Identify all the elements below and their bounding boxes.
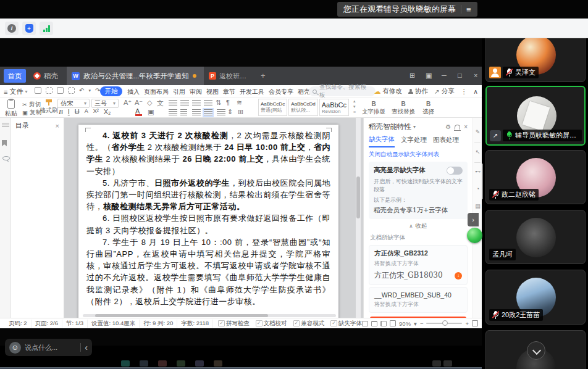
panel-tab[interactable]: 文字处理 (401, 136, 427, 147)
zoom-slider-knob[interactable] (442, 320, 448, 326)
status-tool-button[interactable]: 文档校对 (256, 320, 287, 328)
style-cell[interactable]: AaBbCc Revision (319, 99, 349, 116)
participant-tile[interactable]: 孟凡珂 (485, 210, 586, 264)
outline-view-icon[interactable] (380, 321, 387, 326)
menu-tab[interactable]: 稻壳 (298, 88, 310, 96)
file-menu[interactable]: 文件 (4, 87, 27, 96)
missing-font-card[interactable]: __WRD_EMBED_SUB_40 将暂换成下方字体 (369, 287, 468, 313)
share-button[interactable]: 分享 (434, 87, 455, 96)
menu-tab[interactable]: 视图 (206, 88, 219, 96)
wps-docer-tab[interactable]: 稻壳 (28, 67, 67, 85)
align-left-icon[interactable] (169, 109, 177, 116)
menu-tab[interactable]: 插入 (127, 88, 140, 96)
command-search-input[interactable]: 查找命令、搜索模板 (309, 86, 376, 96)
menu-tab[interactable]: 引用 (173, 88, 185, 96)
annotate-icon[interactable] (474, 129, 481, 135)
copy-button[interactable]: 复制 (22, 109, 41, 117)
chevron-down-icon[interactable] (413, 124, 416, 130)
document-paragraph[interactable]: 5. 凡济宁市、日照市外返校的学生，到校后由校医院会同属地疾控部门第一时间组织进… (86, 177, 330, 213)
font-name-select[interactable]: 仿宋 (57, 99, 90, 108)
menu-tab[interactable]: 章节 (223, 88, 235, 96)
bookmark-icon[interactable] (2, 140, 7, 146)
status-tool-button[interactable]: 缺失字体 (330, 320, 362, 328)
outdent-icon[interactable] (192, 100, 201, 107)
style-gallery-arrows[interactable] (353, 99, 356, 114)
zoom-menu-icon[interactable] (414, 320, 417, 327)
banner-menu-icon[interactable] (466, 5, 471, 14)
bullet-list-icon[interactable] (169, 100, 177, 107)
format-toggle-button[interactable]: X² (93, 108, 99, 115)
gallery-expand-icon[interactable] (353, 110, 356, 114)
preview-icon[interactable] (68, 87, 75, 94)
web-view-icon[interactable] (371, 321, 377, 326)
menu-tab[interactable]: 会员专享 (269, 88, 293, 96)
shading-icon[interactable]: ⊞ (238, 108, 243, 116)
zoom-level[interactable]: 90% (399, 320, 411, 327)
format-toggle-button[interactable]: X₂ (104, 108, 111, 115)
menu-tab-home[interactable]: 开始 (100, 86, 122, 96)
outline-icon[interactable] (2, 123, 9, 128)
vertical-scrollbar[interactable] (356, 118, 361, 318)
format-toggle-button[interactable]: U (75, 108, 80, 115)
status-tool-button[interactable]: 兼容模式 (293, 320, 325, 328)
new-tab-button[interactable] (261, 71, 266, 80)
close-button[interactable] (474, 72, 477, 79)
wps-home-button[interactable]: 首页 (4, 69, 26, 83)
page-view-icon[interactable] (362, 321, 368, 326)
gear-icon[interactable] (445, 123, 451, 130)
document-paragraph[interactable]: 6. 日照校区返校学生按日照市原有要求做好返回报备工作（即提前 3 天向学校报备… (86, 212, 330, 236)
format-toggle-button[interactable]: I (68, 108, 70, 115)
align-right-icon[interactable] (192, 109, 201, 116)
scroll-down-button[interactable] (527, 341, 545, 360)
style-cell[interactable]: AaBbCcDd 默认段... (288, 99, 318, 116)
clear-format-icon[interactable]: ◇ (147, 99, 152, 107)
zoom-in-button[interactable] (465, 320, 469, 327)
fit-page-icon[interactable] (390, 320, 396, 326)
modified-status[interactable]: 有修改 (374, 87, 403, 96)
document-paragraph[interactable]: 4. 返校前 3 天进行 2 次核酸检测，2 次均需显示核酸检测阴性。（省外学生… (86, 130, 330, 177)
export-icon[interactable] (46, 87, 52, 94)
auto-show-link[interactable]: 关闭自动显示缺失字体列表 (364, 147, 472, 160)
collapse-ribbon-icon[interactable] (473, 88, 478, 95)
more-menu-icon[interactable] (461, 88, 468, 95)
ruler-icon[interactable]: ⊷ (474, 168, 481, 175)
chat-input[interactable]: 说点什么... (25, 343, 77, 352)
highlight-toggle[interactable] (447, 167, 463, 175)
wps-document-tab[interactable]: 政治与公共管理...年秋季开学通知 (67, 67, 204, 85)
missing-font-card[interactable]: 方正仿宋_GB2312 将暂换成下方字体 方正仿宋_GB18030 (369, 245, 468, 285)
document-page[interactable]: 4. 返校前 3 天进行 2 次核酸检测，2 次均需显示核酸检测阴性。（省外学生… (78, 125, 338, 318)
dictionary-icon[interactable]: ▤ (474, 203, 481, 209)
panel-tab[interactable]: 图表处理 (433, 136, 459, 147)
fullscreen-doc-icon[interactable] (472, 320, 478, 326)
show-marks-icon[interactable]: ¶ (226, 99, 230, 106)
distribute-icon[interactable] (217, 109, 225, 116)
menu-tab[interactable]: 审阅 (190, 88, 202, 96)
collab-button[interactable]: 协作 (408, 87, 428, 96)
ribbon-tool-button[interactable]: 文字排版 (362, 100, 385, 116)
cut-button[interactable]: 剪切 (22, 101, 41, 109)
wps-ppt-tab[interactable]: 返校班会.ppt (205, 67, 256, 85)
participant-tile[interactable]: 20政2王苗苗 (485, 270, 586, 325)
select-tool-icon[interactable] (474, 149, 481, 155)
undo-icon[interactable] (79, 87, 84, 94)
font-size-select[interactable]: 三号 (91, 99, 119, 108)
docer-activity-ball[interactable] (467, 228, 482, 243)
collapse-chat-icon[interactable] (85, 342, 88, 352)
meeting-info-button[interactable] (5, 22, 19, 35)
scroll-up-icon[interactable] (353, 99, 356, 104)
style-cell[interactable]: AaBbCcDc 普通(网站 (258, 99, 287, 116)
phonetic-guide-icon[interactable]: 文 (157, 99, 164, 108)
emoji-icon[interactable] (9, 342, 21, 354)
undo-menu-icon[interactable] (88, 88, 91, 93)
ribbon-tool-button[interactable]: 查找替换 (392, 100, 415, 116)
number-list-icon[interactable] (180, 100, 189, 107)
close-icon[interactable] (56, 122, 59, 130)
print-icon[interactable] (57, 87, 64, 94)
horizontal-scrollbar[interactable] (83, 314, 336, 317)
zoom-slider[interactable] (426, 323, 462, 324)
maximize-button[interactable] (458, 72, 462, 79)
zoom-out-button[interactable] (420, 320, 424, 327)
font-color-button[interactable]: A (135, 108, 143, 116)
find-icon[interactable] (2, 156, 10, 160)
collapse-button[interactable]: 收起 (364, 220, 472, 233)
